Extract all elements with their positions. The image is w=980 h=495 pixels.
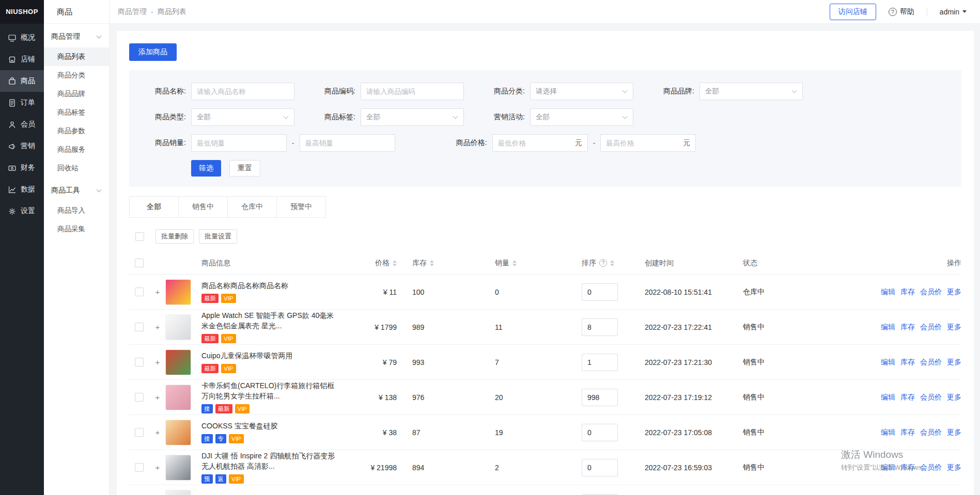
submenu-item-goods-tag[interactable]: 商品标签 — [44, 103, 109, 122]
column-header-sales[interactable]: 销量 — [479, 259, 572, 268]
rail-item-members[interactable]: 会员 — [0, 114, 44, 135]
product-name-input[interactable] — [191, 83, 294, 100]
row-action-more[interactable]: 更多 — [947, 463, 961, 472]
row-action-stock[interactable]: 库存 — [900, 428, 915, 437]
row-action-stock[interactable]: 库存 — [900, 323, 915, 332]
sort-carets-icon[interactable] — [610, 260, 614, 266]
row-action-more[interactable]: 更多 — [947, 288, 961, 297]
product-name[interactable]: 商品名称商品名称商品名称 — [201, 281, 288, 291]
row-checkbox[interactable] — [135, 358, 144, 366]
row-checkbox[interactable] — [135, 463, 144, 472]
row-checkbox[interactable] — [135, 393, 144, 402]
row-action-stock[interactable]: 库存 — [900, 358, 915, 367]
expand-row-button[interactable]: + — [155, 393, 160, 402]
reset-button[interactable]: 重置 — [229, 160, 260, 177]
row-action-more[interactable]: 更多 — [947, 323, 961, 332]
expand-row-button[interactable]: + — [155, 428, 160, 437]
help-link[interactable]: ? 帮助 — [889, 7, 914, 17]
rail-item-data[interactable]: 数据 — [0, 179, 44, 200]
row-action-stock[interactable]: 库存 — [900, 288, 915, 297]
price-min-input[interactable] — [498, 139, 575, 147]
row-checkbox[interactable] — [135, 288, 144, 296]
sort-carets-icon[interactable] — [393, 260, 397, 266]
row-checkbox[interactable] — [135, 428, 144, 437]
submenu-group-goods-tools[interactable]: 商品工具 — [44, 180, 109, 201]
price-max-input[interactable] — [606, 139, 683, 147]
sort-input[interactable] — [582, 424, 618, 441]
submenu-item-goods-import[interactable]: 商品导入 — [44, 201, 109, 220]
tab-on-sale[interactable]: 销售中 — [178, 196, 228, 218]
visit-shop-button[interactable]: 访问店铺 — [830, 4, 876, 20]
submenu-group-goods-manage[interactable]: 商品管理 — [44, 26, 109, 47]
batch-delete-button[interactable]: 批量删除 — [155, 229, 194, 244]
tab-in-warehouse[interactable]: 仓库中 — [227, 196, 277, 218]
rail-item-goods[interactable]: 商品 — [0, 70, 44, 92]
product-name[interactable]: COOKSS 宝宝餐盘硅胶 — [201, 421, 278, 432]
tab-all[interactable]: 全部 — [129, 196, 179, 218]
product-code-input[interactable] — [361, 83, 464, 100]
product-name[interactable]: Apple Watch SE 智能手表 GPS款 40毫米米金色铝金属表壳 星光… — [201, 311, 337, 331]
sales-max-input[interactable] — [300, 134, 395, 152]
product-name[interactable]: DJI 大疆 悟 Inspire 2 四轴航拍飞行器变形无人机航拍器 高清影..… — [201, 451, 337, 471]
product-type-select[interactable]: 全部 — [191, 108, 294, 126]
expand-row-button[interactable]: + — [155, 463, 160, 472]
sort-input[interactable] — [582, 354, 618, 371]
sales-min-input[interactable] — [191, 134, 287, 152]
row-action-edit[interactable]: 编辑 — [881, 393, 895, 402]
submenu-item-recycle-bin[interactable]: 回收站 — [44, 159, 109, 178]
product-name[interactable]: Cuipo儿童保温杯带吸管两用 — [201, 351, 293, 361]
rail-item-shop[interactable]: 店铺 — [0, 49, 44, 70]
submenu-item-goods-service[interactable]: 商品服务 — [44, 140, 109, 159]
submenu-item-goods-brand[interactable]: 商品品牌 — [44, 85, 109, 103]
expand-row-button[interactable]: + — [155, 323, 160, 331]
submenu-item-goods-param[interactable]: 商品参数 — [44, 122, 109, 140]
row-action-edit[interactable]: 编辑 — [881, 463, 895, 472]
user-menu[interactable]: admin — [940, 8, 967, 16]
row-action-stock[interactable]: 库存 — [900, 393, 915, 402]
product-tag-select[interactable]: 全部 — [361, 108, 464, 126]
select-all-checkbox[interactable] — [135, 259, 144, 267]
sort-input[interactable] — [582, 459, 618, 476]
row-action-edit[interactable]: 编辑 — [881, 323, 895, 332]
row-action-more[interactable]: 更多 — [947, 393, 961, 402]
expand-row-button[interactable]: + — [155, 288, 160, 296]
row-action-member-price[interactable]: 会员价 — [920, 288, 942, 297]
row-action-more[interactable]: 更多 — [947, 428, 961, 437]
row-action-edit[interactable]: 编辑 — [881, 358, 895, 367]
sort-input[interactable] — [582, 283, 618, 301]
product-brand-select[interactable]: 全部 — [699, 83, 803, 100]
rail-item-overview[interactable]: 概况 — [0, 27, 44, 49]
column-header-stock[interactable]: 库存 — [397, 259, 479, 268]
row-action-edit[interactable]: 编辑 — [881, 288, 895, 297]
batch-select-all-checkbox[interactable] — [135, 232, 144, 241]
sort-help-icon[interactable]: ? — [599, 259, 607, 267]
sort-input[interactable] — [582, 318, 618, 336]
rail-item-orders[interactable]: 订单 — [0, 92, 44, 114]
rail-item-settings[interactable]: 设置 — [0, 200, 44, 222]
row-action-more[interactable]: 更多 — [947, 358, 961, 367]
filter-button[interactable]: 筛选 — [191, 160, 221, 177]
product-name[interactable]: 卡帝乐鳄鱼(CARTELO)行李箱旅行箱铝框万向轮男女学生拉杆箱... — [201, 381, 337, 401]
row-action-stock[interactable]: 库存 — [900, 463, 915, 472]
expand-row-button[interactable]: + — [155, 358, 160, 366]
row-action-member-price[interactable]: 会员价 — [920, 463, 942, 472]
sort-carets-icon[interactable] — [430, 260, 434, 266]
add-product-button[interactable]: 添加商品 — [129, 43, 177, 61]
marketing-activity-select[interactable]: 全部 — [530, 108, 633, 126]
submenu-item-goods-collect[interactable]: 商品采集 — [44, 220, 109, 238]
breadcrumb-parent[interactable]: 商品管理 — [118, 7, 147, 17]
product-category-select[interactable]: 请选择 — [530, 83, 633, 100]
column-header-price[interactable]: 价格 — [345, 259, 397, 268]
sort-input[interactable] — [582, 389, 618, 406]
tab-warning[interactable]: 预警中 — [276, 196, 326, 218]
row-action-member-price[interactable]: 会员价 — [920, 393, 942, 402]
row-action-member-price[interactable]: 会员价 — [920, 323, 942, 332]
row-checkbox[interactable] — [135, 323, 144, 331]
row-action-member-price[interactable]: 会员价 — [920, 428, 942, 437]
rail-item-finance[interactable]: 财务 — [0, 157, 44, 179]
row-action-member-price[interactable]: 会员价 — [920, 358, 942, 367]
row-action-edit[interactable]: 编辑 — [881, 428, 895, 437]
batch-settings-button[interactable]: 批量设置 — [199, 229, 237, 244]
column-header-sort[interactable]: 排序 ? — [572, 259, 645, 268]
submenu-item-goods-list[interactable]: 商品列表 — [44, 47, 109, 66]
